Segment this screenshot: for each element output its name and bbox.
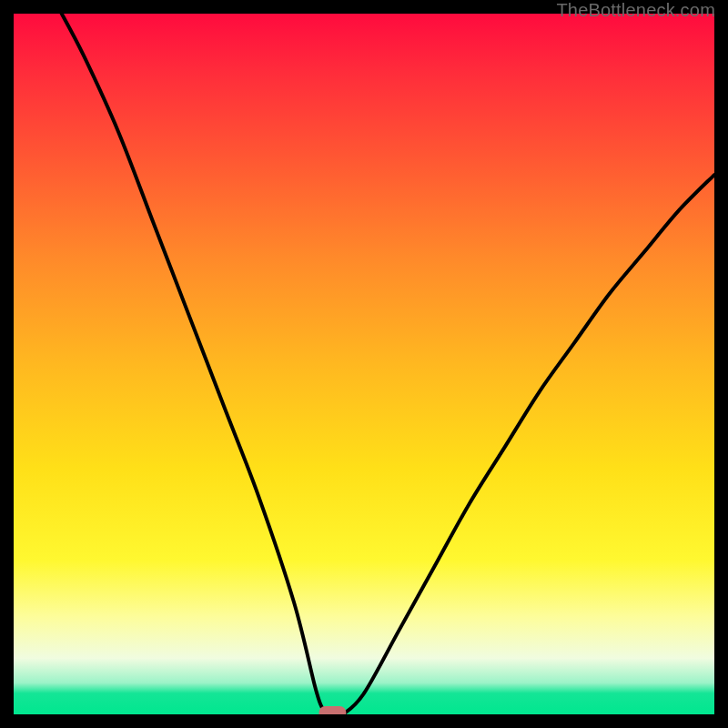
optimum-marker: [318, 706, 346, 714]
bottleneck-curve: [59, 14, 714, 714]
plot-area: [14, 14, 714, 714]
bottleneck-chart: TheBottleneck.com: [0, 0, 728, 728]
watermark-text: TheBottleneck.com: [556, 0, 715, 21]
curve-svg: [14, 14, 714, 714]
